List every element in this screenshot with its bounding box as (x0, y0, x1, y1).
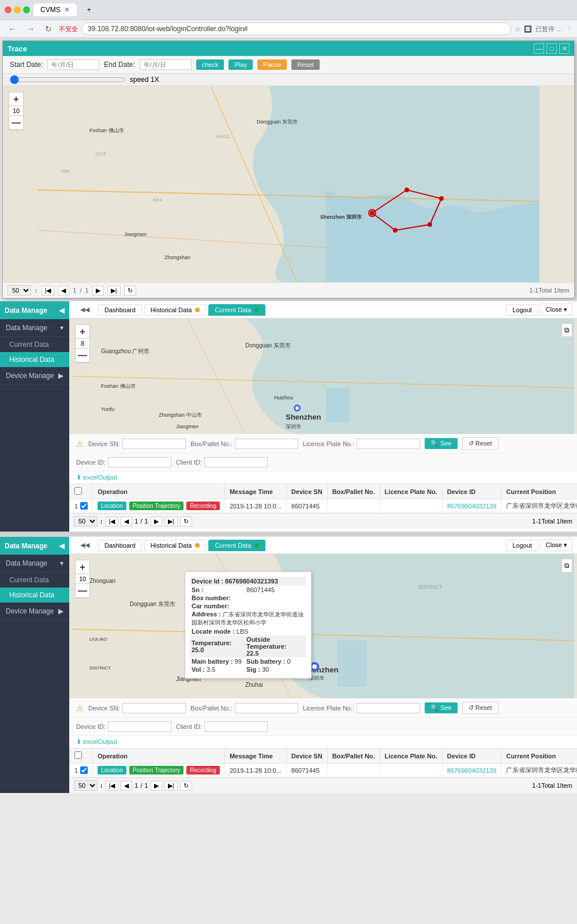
check-btn[interactable]: check (196, 59, 224, 70)
box-pallet-input-1[interactable] (235, 439, 298, 449)
tab-dashboard-1[interactable]: Dashboard (98, 304, 142, 316)
refresh-btn-2[interactable]: ↻ (180, 781, 192, 791)
excel-output-2[interactable]: ⬇ excelOutput (69, 736, 577, 748)
next-page-btn-2[interactable]: ▶ (151, 781, 162, 791)
trace-minimize-btn[interactable]: — (534, 43, 544, 54)
trace-per-page-select[interactable]: 50 (8, 285, 31, 295)
tab-historical-2[interactable]: Historical Data (144, 540, 207, 551)
historical-dot-1 (195, 308, 200, 312)
tab-close-icon[interactable]: ✕ (64, 6, 70, 14)
sidebar-item-current-1[interactable]: Current Data (0, 337, 69, 352)
first-page-btn-1[interactable]: |◀ (106, 517, 119, 526)
device-id-input-2[interactable] (108, 721, 171, 732)
reset-filter-btn-1[interactable]: ↺ Reset (462, 437, 499, 450)
licence-input-1[interactable] (357, 439, 420, 449)
prev-page-btn-2[interactable]: ◀ (121, 781, 132, 791)
last-page-btn-2[interactable]: ▶| (164, 781, 178, 791)
panel-zoom-in-btn-1[interactable]: + (76, 325, 89, 339)
speed-slider[interactable] (10, 75, 125, 84)
topnav-back-btn-1[interactable]: ◀◀ (74, 304, 96, 316)
trajectory-btn-2[interactable]: Position Trajectory (129, 766, 183, 775)
th-device-sn-1: Device SN (286, 484, 327, 499)
trace-refresh-btn[interactable]: ↻ (124, 286, 136, 295)
sidebar-device-manage-header-1[interactable]: Device Manage ▶ (0, 367, 69, 385)
sidebar-collapse-btn-1[interactable]: ◀ (59, 306, 65, 315)
see-btn-2[interactable]: 🔍 See (425, 702, 458, 713)
trace-prev-page-btn[interactable]: ◀ (58, 286, 69, 295)
client-id-input-2[interactable] (204, 721, 268, 732)
recording-btn-2[interactable]: Recording (186, 766, 220, 775)
sidebar-data-manage-header-2[interactable]: Data Manage ▾ (0, 555, 69, 573)
device-id-input-1[interactable] (108, 457, 171, 467)
minimize-dot[interactable] (14, 6, 21, 13)
trace-next-page-btn[interactable]: ▶ (92, 286, 104, 295)
device-sn-input-2[interactable] (122, 703, 186, 713)
device-id-link-2[interactable]: 86769804032139 (447, 767, 497, 774)
trace-zoom-in-btn[interactable]: + (9, 92, 23, 106)
tab-historical-1[interactable]: Historical Data (144, 304, 207, 316)
trace-zoom-out-btn[interactable]: — (9, 116, 23, 130)
last-page-btn-1[interactable]: ▶| (164, 517, 178, 526)
sidebar-data-manage-header-1[interactable]: Data Manage ▾ (0, 319, 69, 337)
sidebar-item-current-2[interactable]: Current Data (0, 573, 69, 588)
new-tab[interactable]: + (80, 3, 98, 16)
per-page-select-2[interactable]: 50 (74, 780, 98, 791)
select-all-checkbox-2[interactable] (74, 751, 82, 759)
location-btn-1[interactable]: Location (98, 502, 126, 510)
per-page-select-1[interactable]: 50 (74, 516, 98, 526)
select-all-checkbox-1[interactable] (74, 487, 82, 495)
row-checkbox-2[interactable] (80, 766, 88, 774)
first-page-btn-2[interactable]: |◀ (106, 781, 119, 791)
nav-refresh-btn[interactable]: ↻ (42, 23, 55, 35)
play-btn[interactable]: Play (228, 59, 252, 70)
start-date-input[interactable] (47, 59, 99, 70)
tab-current-1[interactable]: Current Data (208, 304, 265, 316)
active-tab[interactable]: CVMS ✕ (33, 3, 77, 16)
svg-point-13 (428, 222, 432, 227)
close-dot[interactable] (5, 6, 12, 13)
sidebar-current-label-1: Current Data (9, 341, 49, 349)
excel-output-1[interactable]: ⬇ excelOutput (69, 472, 577, 484)
refresh-btn-1[interactable]: ↻ (180, 517, 192, 526)
reset-btn[interactable]: Reset (291, 59, 320, 70)
location-btn-2[interactable]: Location (98, 766, 126, 775)
nav-back-btn[interactable]: ← (5, 23, 20, 35)
reset-filter-btn-2[interactable]: ↺ Reset (462, 702, 499, 714)
sidebar-item-historical-1[interactable]: Historical Data (0, 352, 69, 367)
maximize-dot[interactable] (23, 6, 30, 13)
end-date-input[interactable] (140, 59, 192, 70)
next-page-btn-1[interactable]: ▶ (151, 517, 162, 526)
sidebar-collapse-btn-2[interactable]: ◀ (59, 541, 65, 550)
recording-btn-1[interactable]: Recording (186, 502, 220, 510)
box-pallet-input-2[interactable] (235, 703, 298, 713)
address-bar[interactable] (81, 23, 511, 35)
logout-btn-1[interactable]: Logout (506, 304, 538, 316)
close-btn-2[interactable]: Close ▾ (541, 539, 572, 551)
trace-close-btn[interactable]: ✕ (559, 43, 569, 54)
see-btn-1[interactable]: 🔍 See (425, 438, 458, 449)
panel-map-layers-btn-1[interactable]: ⧉ (561, 323, 572, 337)
close-btn-1[interactable]: Close ▾ (541, 304, 572, 316)
trace-maximize-btn[interactable]: □ (546, 43, 557, 54)
topnav-back-btn-2[interactable]: ◀◀ (74, 539, 96, 551)
device-id-link-1[interactable]: 86769804032139 (447, 503, 497, 510)
sidebar-item-historical-2[interactable]: Historical Data (0, 588, 69, 603)
pause-btn[interactable]: Pause (257, 59, 287, 70)
panel-map-layers-btn-2[interactable]: ⧉ (561, 559, 572, 573)
panel-zoom-in-btn-2[interactable]: + (76, 560, 89, 574)
sidebar-device-manage-header-2[interactable]: Device Manage ▶ (0, 603, 69, 620)
device-sn-input-1[interactable] (122, 439, 186, 449)
trace-first-page-btn[interactable]: |◀ (42, 286, 55, 295)
nav-forward-btn[interactable]: → (23, 23, 38, 35)
panel-zoom-out-btn-1[interactable]: — (76, 349, 89, 362)
panel-zoom-out-btn-2[interactable]: — (76, 584, 89, 598)
trajectory-btn-1[interactable]: Position Trajectory (129, 502, 183, 510)
client-id-input-1[interactable] (204, 457, 268, 467)
trace-last-page-btn[interactable]: ▶| (107, 286, 121, 295)
logout-btn-2[interactable]: Logout (506, 540, 538, 551)
row-checkbox-1[interactable] (80, 502, 88, 510)
tab-current-2[interactable]: Current Data (208, 540, 265, 551)
licence-input-2[interactable] (357, 703, 420, 713)
tab-dashboard-2[interactable]: Dashboard (98, 540, 142, 551)
prev-page-btn-1[interactable]: ◀ (121, 517, 132, 526)
